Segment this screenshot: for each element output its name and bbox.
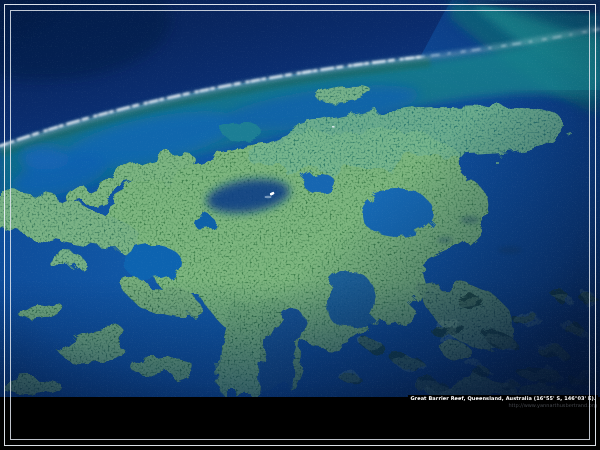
- wallpaper-stage: Great Barrier Reef, Queensland, Australi…: [0, 0, 600, 450]
- photo-grain: [0, 0, 600, 397]
- reef-photo: [0, 0, 600, 397]
- caption-location: Great Barrier Reef, Queensland, Australi…: [408, 395, 598, 402]
- caption-url: http://www.yannarthusbertrand.org: [408, 402, 598, 408]
- photo-caption: Great Barrier Reef, Queensland, Australi…: [408, 395, 598, 408]
